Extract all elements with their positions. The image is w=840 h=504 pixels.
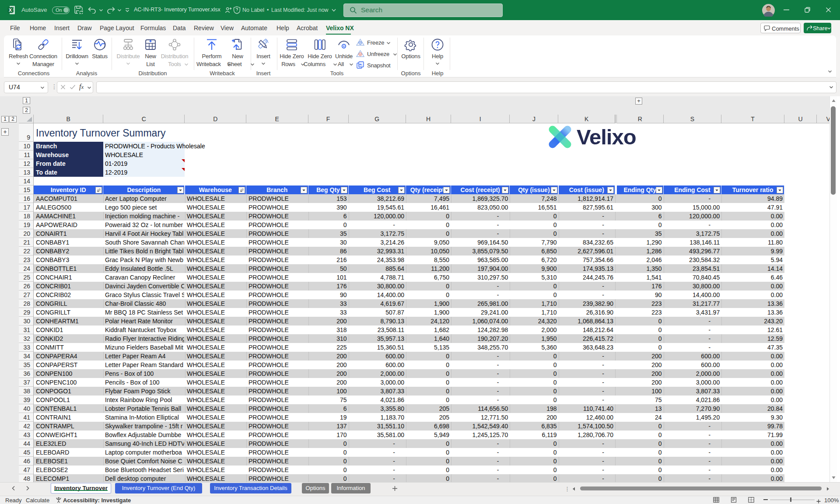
svg-text:Velixo: Velixo [577,125,636,149]
svg-text:X: X [9,7,12,13]
